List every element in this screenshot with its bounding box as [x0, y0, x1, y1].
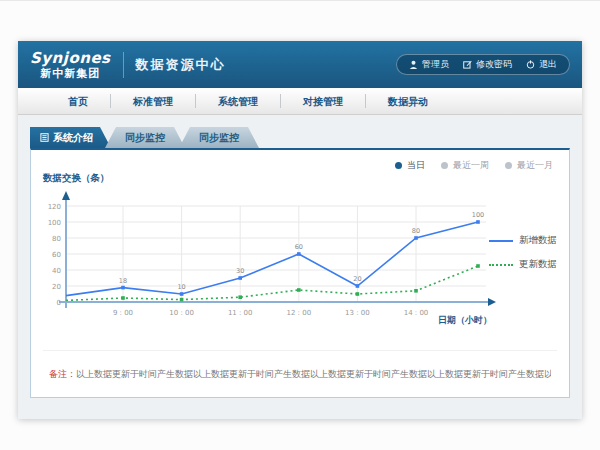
- range-option-label: 当日: [407, 159, 425, 172]
- svg-text:30: 30: [236, 267, 244, 275]
- tab-system-intro[interactable]: 系统介绍: [30, 127, 111, 148]
- range-option-label: 最近一月: [517, 159, 553, 172]
- nav-item-standard-mgmt[interactable]: 标准管理: [111, 88, 195, 115]
- svg-text:10 : 00: 10 : 00: [169, 309, 194, 317]
- legend-entry-updated-data[interactable]: 更新数据: [489, 258, 557, 271]
- change-password-label: 修改密码: [476, 58, 512, 71]
- logo-company-name: 新中新集团: [40, 68, 100, 79]
- current-user-label: 管理员: [422, 58, 449, 71]
- svg-text:120: 120: [48, 203, 61, 211]
- legend-label: 更新数据: [519, 258, 557, 271]
- radio-unselected-icon: [505, 162, 512, 169]
- svg-text:11 : 00: 11 : 00: [228, 309, 253, 317]
- svg-text:9 : 00: 9 : 00: [113, 309, 133, 317]
- svg-text:60: 60: [295, 243, 303, 251]
- svg-text:100: 100: [48, 219, 61, 227]
- footnote: 备注：以上数据更新于时间产生数据以上数据更新于时间产生数据以上数据更新于时间产生…: [49, 368, 551, 381]
- header-divider: [123, 52, 124, 78]
- footnote-text: 以上数据更新于时间产生数据以上数据更新于时间产生数据以上数据更新于时间产生数据以…: [76, 369, 551, 379]
- logout-button[interactable]: 退出: [526, 58, 557, 71]
- svg-text:日期（小时）: 日期（小时）: [438, 315, 492, 325]
- change-password-button[interactable]: 修改密码: [463, 58, 512, 71]
- document-icon: [40, 133, 49, 142]
- svg-text:60: 60: [52, 251, 61, 259]
- power-icon: [526, 60, 535, 69]
- nav-item-data-changes[interactable]: 数据异动: [366, 88, 450, 115]
- date-range-selector: 当日 最近一周 最近一月: [395, 159, 553, 172]
- range-option-label: 最近一周: [453, 159, 489, 172]
- tab-sync-monitor-1[interactable]: 同步监控: [105, 127, 185, 148]
- range-option-last-month[interactable]: 最近一月: [505, 159, 553, 172]
- svg-text:12 : 00: 12 : 00: [286, 309, 311, 317]
- tab-label: 同步监控: [199, 127, 239, 148]
- svg-text:40: 40: [52, 267, 61, 275]
- svg-text:0: 0: [57, 299, 61, 307]
- range-option-last-week[interactable]: 最近一周: [441, 159, 489, 172]
- radio-unselected-icon: [441, 162, 448, 169]
- page-title: 数据资源中心: [136, 56, 226, 74]
- nav-item-interface-mgmt[interactable]: 对接管理: [281, 88, 365, 115]
- svg-text:20: 20: [353, 275, 361, 283]
- content-area: 系统介绍 同步监控 同步监控 当日 最近一周: [18, 115, 582, 419]
- tab-sync-monitor-2[interactable]: 同步监控: [179, 127, 259, 148]
- tab-bar: 系统介绍 同步监控 同步监控: [30, 127, 259, 148]
- user-icon: [409, 60, 418, 69]
- logout-label: 退出: [539, 58, 557, 71]
- tab-label: 系统介绍: [53, 127, 93, 148]
- svg-text:18: 18: [119, 277, 127, 285]
- svg-text:80: 80: [52, 235, 61, 243]
- app-header: Synjones 新中新集团 数据资源中心 管理员 修改密码: [18, 41, 582, 88]
- user-actions-bar: 管理员 修改密码 退出: [396, 54, 570, 75]
- footnote-prefix: 备注：: [49, 369, 76, 379]
- svg-text:20: 20: [52, 283, 61, 291]
- range-option-today[interactable]: 当日: [395, 159, 425, 172]
- logo-brand-text: Synjones: [30, 51, 111, 66]
- y-axis-title: 数据交换（条）: [43, 172, 110, 185]
- svg-text:10: 10: [177, 283, 185, 291]
- nav-item-home[interactable]: 首页: [46, 88, 110, 115]
- edit-icon: [463, 60, 472, 69]
- legend-label: 新增数据: [519, 234, 557, 247]
- solid-line-swatch-icon: [489, 240, 513, 242]
- current-user[interactable]: 管理员: [409, 58, 449, 71]
- dotted-line-swatch-icon: [489, 264, 513, 266]
- main-nav: 首页 标准管理 系统管理 对接管理 数据异动: [18, 88, 582, 115]
- radio-selected-icon: [395, 162, 402, 169]
- nav-item-system-mgmt[interactable]: 系统管理: [196, 88, 280, 115]
- company-logo[interactable]: Synjones 新中新集团: [30, 51, 111, 79]
- legend-entry-new-data[interactable]: 新增数据: [489, 234, 557, 247]
- line-chart: 0204060801001209 : 0010 : 0011 : 0012 : …: [46, 186, 541, 336]
- note-divider: [43, 350, 557, 351]
- svg-text:14 : 00: 14 : 00: [404, 309, 429, 317]
- app-window: Synjones 新中新集团 数据资源中心 管理员 修改密码: [18, 41, 582, 419]
- svg-text:80: 80: [412, 227, 420, 235]
- chart-panel: 当日 最近一周 最近一月 数据交换（条） 0204060801001209 : …: [30, 148, 570, 398]
- svg-text:13 : 00: 13 : 00: [345, 309, 370, 317]
- tab-label: 同步监控: [125, 127, 165, 148]
- svg-text:100: 100: [472, 211, 484, 219]
- series-legend: 新增数据 更新数据: [489, 234, 557, 271]
